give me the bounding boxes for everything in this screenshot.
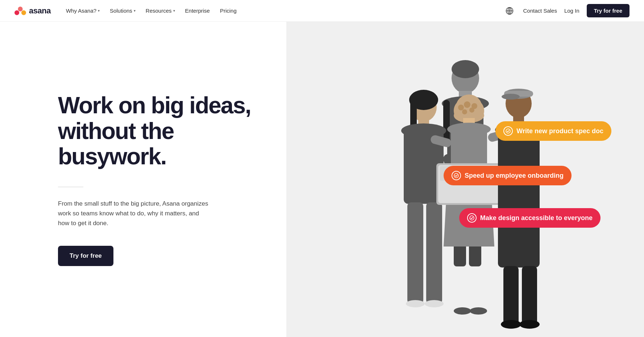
nav-item-enterprise[interactable]: Enterprise [182,5,213,16]
svg-point-0 [18,7,22,11]
svg-point-8 [452,60,479,78]
check-icon-2 [452,171,461,180]
task-chip-3-label: Make design accessible to everyone [480,214,593,222]
logo-icon [14,7,26,15]
svg-point-57 [506,129,510,133]
task-chip-2: Speed up employee onboarding [444,166,572,185]
people-illustration [364,44,567,337]
navbar-left: asana Why Asana? ▾ Solutions ▾ Resources… [14,5,240,16]
logo-text: asana [29,6,51,16]
svg-point-53 [406,300,425,307]
navbar-right: Contact Sales Log In Try for free [503,4,630,17]
chevron-down-icon: ▾ [173,9,175,13]
nav-item-pricing[interactable]: Pricing [216,5,240,16]
svg-rect-17 [443,100,450,143]
svg-point-54 [425,300,444,307]
svg-rect-41 [498,126,540,268]
logo[interactable]: asana [14,6,51,16]
svg-point-31 [462,109,467,114]
svg-rect-49 [503,266,519,328]
svg-point-1 [14,10,19,15]
svg-point-32 [469,108,474,113]
svg-rect-21 [407,202,423,304]
task-chip-2-label: Speed up employee onboarding [465,172,564,180]
svg-point-51 [501,320,521,329]
hero-divider [58,187,83,188]
try-free-button-hero[interactable]: Try for free [58,246,113,266]
svg-point-59 [470,216,474,220]
task-chip-1-label: Write new product spec doc [516,127,603,135]
contact-sales-link[interactable]: Contact Sales [523,8,557,14]
svg-rect-50 [522,266,537,328]
language-selector-button[interactable] [503,4,516,17]
svg-point-20 [401,123,446,138]
navbar: asana Why Asana? ▾ Solutions ▾ Resources… [0,0,644,22]
svg-point-2 [21,10,26,15]
svg-point-52 [519,320,540,329]
login-link[interactable]: Log In [564,8,579,14]
svg-point-55 [454,307,471,315]
nav-item-resources[interactable]: Resources ▾ [142,5,179,16]
hero-description: From the small stuff to the big picture,… [58,199,210,228]
nav-item-solutions[interactable]: Solutions ▾ [106,5,139,16]
check-icon-1 [503,126,513,136]
task-chip-1: Write new product spec doc [495,121,611,141]
chevron-down-icon: ▾ [134,9,136,13]
nav-links: Why Asana? ▾ Solutions ▾ Resources ▾ Ent… [62,5,240,16]
main-content: Work on big ideas, without the busywork.… [0,22,644,337]
svg-point-35 [447,123,491,136]
check-icon-3 [467,213,477,223]
left-panel: Work on big ideas, without the busywork.… [0,22,286,337]
svg-rect-22 [426,202,442,304]
hero-headline: Work on big ideas, without the busywork. [58,93,257,169]
svg-point-56 [470,307,487,315]
svg-point-29 [464,101,470,108]
globe-icon [506,7,514,15]
svg-point-28 [458,105,464,110]
svg-point-58 [454,173,458,178]
nav-item-why-asana[interactable]: Why Asana? ▾ [62,5,103,16]
chevron-down-icon: ▾ [98,9,100,13]
try-free-button-nav[interactable]: Try for free [587,4,630,17]
right-panel: Write new product spec doc Speed up empl… [286,22,644,337]
svg-point-46 [502,94,520,100]
task-chip-3: Make design accessible to everyone [459,208,601,228]
